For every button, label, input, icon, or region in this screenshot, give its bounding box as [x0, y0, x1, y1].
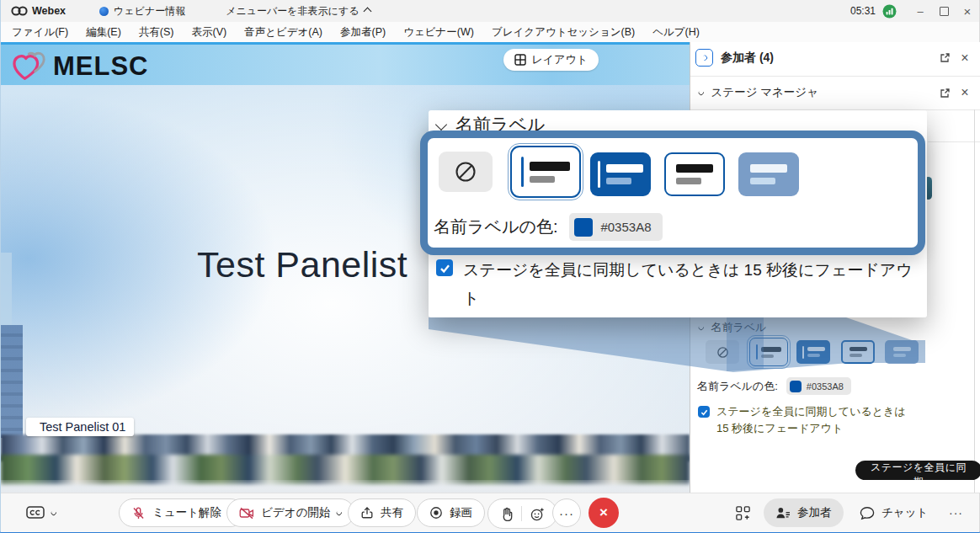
- magnified-color-label: 名前ラベルの色:: [434, 216, 557, 238]
- connection-quality-icon[interactable]: [882, 4, 897, 19]
- color-hex-value: #0353A8: [807, 381, 844, 392]
- share-label: 共有: [381, 505, 403, 520]
- chevron-down-icon[interactable]: [698, 89, 705, 96]
- chevron-up-icon: [364, 7, 372, 15]
- participants-panel-header: 参加者 (4) ×: [695, 49, 973, 67]
- style-line: [761, 354, 774, 358]
- sync-stage-button[interactable]: ステージを全員に同期: [855, 461, 980, 480]
- maximize-icon: [940, 7, 949, 16]
- layout-button[interactable]: レイアウト: [503, 49, 599, 71]
- webinar-info-icon: [99, 7, 109, 16]
- sync-text-line2-row: 15 秒後にフェードアウト: [716, 421, 843, 436]
- reactions-button[interactable]: [530, 507, 545, 521]
- magnified-color-picker[interactable]: #0353A8: [569, 213, 662, 241]
- label-style-bar-light-magnified[interactable]: [510, 146, 581, 198]
- label-style-translucent[interactable]: [885, 340, 919, 364]
- speaker-title: Test Panelist: [197, 244, 407, 285]
- popout-panel-icon[interactable]: [936, 50, 953, 67]
- chat-label: チャット: [881, 505, 928, 520]
- style-bar: [521, 157, 524, 187]
- titlebar: Webex ウェビナー情報 メニューバーを非表示にする 05:31 – ×: [1, 0, 979, 22]
- label-color-row: 名前ラベルの色: #0353A8: [697, 377, 851, 395]
- menu-webinar[interactable]: ウェビナー(W): [403, 25, 474, 40]
- menu-edit[interactable]: 編集(E): [86, 25, 121, 40]
- chat-button[interactable]: チャット: [853, 498, 935, 527]
- background-building: [1, 325, 23, 438]
- label-style-bar-filled-magnified[interactable]: [590, 152, 651, 196]
- prohibit-icon: [454, 160, 477, 184]
- panel-more-button[interactable]: ···: [942, 498, 970, 527]
- menu-file[interactable]: ファイル(F): [12, 25, 68, 40]
- sync-fadeout-checkbox-row[interactable]: ステージを全員に同期しているときは: [698, 404, 906, 419]
- menu-breakout[interactable]: ブレイクアウトセッション(B): [492, 25, 635, 40]
- skyline-fade: [1, 480, 690, 493]
- minimize-button[interactable]: –: [908, 1, 932, 21]
- style-line: [530, 176, 555, 183]
- name-label-section-header[interactable]: 名前ラベル: [699, 320, 766, 335]
- leave-meeting-button[interactable]: ×: [589, 498, 619, 528]
- chevron-right-icon: [701, 55, 708, 61]
- style-line: [807, 347, 825, 351]
- checkbox-checked-icon: [698, 406, 710, 418]
- webex-logo-icon: [11, 5, 28, 17]
- control-bar: ミュート解除 ビデオの開始 共有 録画 ··· × 参加者: [1, 493, 979, 532]
- chat-icon: [860, 506, 875, 520]
- label-style-bar-filled[interactable]: [796, 340, 830, 364]
- label-style-plain-light-magnified[interactable]: [664, 152, 725, 196]
- layout-label: レイアウト: [531, 52, 588, 67]
- popout-panel-icon[interactable]: [936, 84, 953, 101]
- participants-toggle-button[interactable]: 参加者: [764, 498, 844, 527]
- close-panel-icon[interactable]: ×: [956, 50, 973, 67]
- layout-grid-icon: [514, 54, 526, 66]
- close-panel-icon[interactable]: ×: [956, 84, 973, 101]
- participants-icon: [775, 506, 791, 520]
- hide-menubar-label: メニューバーを非表示にする: [226, 4, 359, 19]
- style-line: [606, 164, 643, 173]
- menu-help[interactable]: ヘルプ(H): [652, 25, 700, 40]
- raise-hand-button[interactable]: [500, 507, 513, 521]
- magnified-sync-checkbox-row[interactable]: ステージを全員に同期しているときは 15 秒後にフェードアウト: [436, 259, 918, 313]
- label-style-bar-light[interactable]: [749, 338, 788, 366]
- style-line: [750, 178, 775, 184]
- more-options-button[interactable]: ···: [552, 498, 581, 527]
- style-bar: [756, 344, 758, 360]
- more-icon: ···: [949, 506, 963, 520]
- label-color-label: 名前ラベルの色:: [697, 379, 778, 394]
- style-line: [850, 354, 862, 357]
- menu-audio-video[interactable]: 音声とビデオ(A): [244, 25, 322, 40]
- webinar-info-button[interactable]: ウェビナー情報: [99, 4, 185, 19]
- menu-participants[interactable]: 参加者(P): [340, 25, 386, 40]
- label-style-none[interactable]: [706, 340, 739, 364]
- webex-window: Webex ウェビナー情報 メニューバーを非表示にする 05:31 – × ファ…: [0, 0, 980, 533]
- record-button[interactable]: 録画: [417, 498, 485, 527]
- maximize-button[interactable]: [932, 1, 956, 21]
- style-line: [807, 354, 820, 357]
- start-video-button[interactable]: ビデオの開始: [226, 498, 354, 527]
- melsc-heart-icon: [11, 50, 50, 83]
- style-bar: [802, 346, 804, 359]
- sync-text-line2: 15 秒後にフェードアウト: [716, 421, 843, 436]
- participants-label: 参加者: [797, 505, 832, 520]
- label-color-picker[interactable]: #0353A8: [786, 377, 851, 395]
- chevron-down-icon: [51, 509, 57, 516]
- label-style-translucent-magnified[interactable]: [738, 152, 799, 196]
- mic-muted-icon: [131, 506, 146, 520]
- share-button[interactable]: 共有: [348, 498, 416, 527]
- hide-menubar-button[interactable]: メニューバーを非表示にする: [226, 4, 370, 19]
- style-line: [530, 162, 570, 171]
- close-icon: ×: [599, 504, 608, 521]
- menu-view[interactable]: 表示(V): [191, 25, 226, 40]
- apps-button[interactable]: [730, 498, 756, 527]
- collapse-participants-button[interactable]: [695, 49, 713, 67]
- participant-name-label: Test Panelist 01: [26, 418, 134, 436]
- close-window-button[interactable]: ×: [956, 1, 979, 21]
- menu-share[interactable]: 共有(S): [139, 25, 174, 40]
- captions-button[interactable]: [19, 498, 63, 527]
- style-line: [893, 347, 911, 351]
- app-name: Webex: [32, 5, 66, 17]
- label-style-none-magnified[interactable]: [439, 152, 493, 192]
- label-style-plain-light[interactable]: [841, 340, 875, 364]
- panel-divider: [690, 76, 980, 77]
- apps-icon: [735, 505, 751, 521]
- record-label: 録画: [450, 505, 472, 520]
